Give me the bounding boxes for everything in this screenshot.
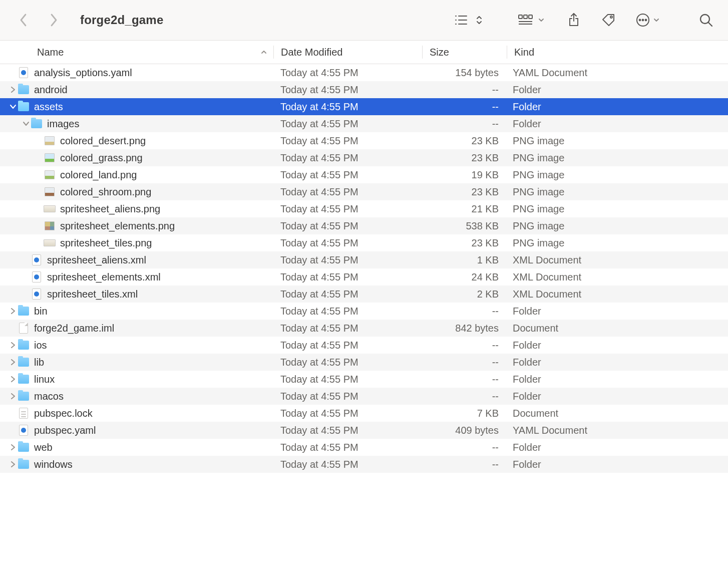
date-modified: Today at 4:55 PM: [273, 81, 422, 98]
view-as-list-button[interactable]: [455, 10, 483, 30]
disclosure-triangle[interactable]: [9, 444, 17, 450]
file-size: 1 KB: [422, 251, 506, 268]
file-kind: Folder: [506, 354, 728, 371]
svg-line-17: [708, 23, 712, 26]
document-icon: [17, 322, 30, 334]
disclosure-triangle[interactable]: [9, 376, 17, 382]
file-kind: XML Document: [506, 268, 728, 285]
list-item[interactable]: pubspec.yamlToday at 4:55 PM409 bytesYAM…: [0, 422, 728, 439]
svg-rect-8: [529, 15, 532, 19]
file-kind: Folder: [506, 303, 728, 320]
file-kind: Folder: [506, 81, 728, 98]
file-name: web: [34, 439, 53, 456]
svg-rect-7: [524, 15, 527, 19]
file-size: --: [422, 337, 506, 354]
file-size: 23 KB: [422, 149, 506, 166]
disclosure-triangle[interactable]: [9, 308, 17, 314]
file-kind: Folder: [506, 388, 728, 405]
file-size: 2 KB: [422, 285, 506, 303]
list-item[interactable]: forge2d_game.imlToday at 4:55 PM842 byte…: [0, 320, 728, 337]
file-name: pubspec.yaml: [34, 422, 96, 439]
file-size: 21 KB: [422, 200, 506, 217]
svg-point-14: [642, 20, 644, 21]
column-header-name[interactable]: Name: [0, 47, 273, 58]
file-kind: PNG image: [506, 200, 728, 217]
disclosure-triangle[interactable]: [9, 342, 17, 348]
date-modified: Today at 4:55 PM: [273, 303, 422, 320]
file-size: 23 KB: [422, 234, 506, 251]
file-name: macos: [34, 388, 64, 405]
sort-ascending-icon: [260, 47, 267, 58]
file-size: --: [422, 354, 506, 371]
file-size: --: [422, 371, 506, 388]
file-kind: XML Document: [506, 285, 728, 303]
svg-point-15: [645, 20, 647, 21]
list-item[interactable]: binToday at 4:55 PM--Folder: [0, 303, 728, 320]
forward-button[interactable]: [48, 12, 59, 29]
file-name: ios: [34, 337, 47, 354]
date-modified: Today at 4:55 PM: [273, 64, 422, 81]
file-name: assets: [34, 98, 63, 115]
settings-document-icon: [30, 288, 43, 300]
file-size: --: [422, 456, 506, 473]
disclosure-triangle[interactable]: [22, 121, 30, 126]
list-item[interactable]: colored_shroom.pngToday at 4:55 PM23 KBP…: [0, 183, 728, 200]
column-header-date[interactable]: Date Modified: [274, 47, 422, 58]
disclosure-triangle[interactable]: [9, 104, 17, 109]
list-item[interactable]: webToday at 4:55 PM--Folder: [0, 439, 728, 456]
file-name: spritesheet_elements.png: [60, 217, 175, 234]
date-modified: Today at 4:55 PM: [273, 166, 422, 183]
file-kind: YAML Document: [506, 422, 728, 439]
svg-point-13: [639, 20, 641, 21]
file-kind: XML Document: [506, 251, 728, 268]
group-by-button[interactable]: [518, 10, 545, 30]
search-button[interactable]: [699, 10, 713, 30]
file-kind: PNG image: [506, 132, 728, 149]
column-header-size[interactable]: Size: [423, 47, 507, 58]
date-modified: Today at 4:55 PM: [273, 422, 422, 439]
disclosure-triangle[interactable]: [9, 461, 17, 467]
file-name: colored_grass.png: [60, 149, 143, 166]
list-item[interactable]: androidToday at 4:55 PM--Folder: [0, 81, 728, 98]
action-menu-button[interactable]: [636, 10, 660, 30]
list-item[interactable]: libToday at 4:55 PM--Folder: [0, 354, 728, 371]
folder-icon: [17, 356, 30, 368]
list-item[interactable]: iosToday at 4:55 PM--Folder: [0, 337, 728, 354]
folder-icon: [17, 305, 30, 317]
file-name: lib: [34, 354, 44, 371]
column-header-kind[interactable]: Kind: [507, 47, 728, 58]
list-item[interactable]: spritesheet_elements.pngToday at 4:55 PM…: [0, 217, 728, 234]
list-item[interactable]: macosToday at 4:55 PM--Folder: [0, 388, 728, 405]
folder-icon: [30, 118, 43, 130]
disclosure-triangle[interactable]: [9, 87, 17, 93]
date-modified: Today at 4:55 PM: [273, 251, 422, 268]
list-item[interactable]: spritesheet_tiles.xmlToday at 4:55 PM2 K…: [0, 285, 728, 303]
share-button[interactable]: [567, 10, 581, 30]
folder-icon: [17, 390, 30, 402]
list-item[interactable]: linuxToday at 4:55 PM--Folder: [0, 371, 728, 388]
list-item[interactable]: spritesheet_aliens.pngToday at 4:55 PM21…: [0, 200, 728, 217]
disclosure-triangle[interactable]: [9, 393, 17, 399]
file-name: images: [47, 115, 79, 132]
list-item[interactable]: colored_grass.pngToday at 4:55 PM23 KBPN…: [0, 149, 728, 166]
list-item[interactable]: colored_land.pngToday at 4:55 PM19 KBPNG…: [0, 166, 728, 183]
list-item[interactable]: imagesToday at 4:55 PM--Folder: [0, 115, 728, 132]
disclosure-triangle[interactable]: [9, 359, 17, 365]
list-item[interactable]: pubspec.lockToday at 4:55 PM7 KBDocument: [0, 405, 728, 422]
list-item[interactable]: spritesheet_elements.xmlToday at 4:55 PM…: [0, 268, 728, 285]
list-item[interactable]: spritesheet_aliens.xmlToday at 4:55 PM1 …: [0, 251, 728, 268]
date-modified: Today at 4:55 PM: [273, 405, 422, 422]
list-item[interactable]: assetsToday at 4:55 PM--Folder: [0, 98, 728, 115]
image-file-icon: [43, 220, 56, 232]
file-size: --: [422, 98, 506, 115]
folder-icon: [17, 84, 30, 96]
file-size: 409 bytes: [422, 422, 506, 439]
list-item[interactable]: spritesheet_tiles.pngToday at 4:55 PM23 …: [0, 234, 728, 251]
tags-button[interactable]: [601, 10, 616, 30]
file-kind: PNG image: [506, 217, 728, 234]
list-item[interactable]: windowsToday at 4:55 PM--Folder: [0, 456, 728, 473]
back-button[interactable]: [18, 12, 29, 29]
list-item[interactable]: colored_desert.pngToday at 4:55 PM23 KBP…: [0, 132, 728, 149]
list-item[interactable]: analysis_options.yamlToday at 4:55 PM154…: [0, 64, 728, 81]
date-modified: Today at 4:55 PM: [273, 439, 422, 456]
